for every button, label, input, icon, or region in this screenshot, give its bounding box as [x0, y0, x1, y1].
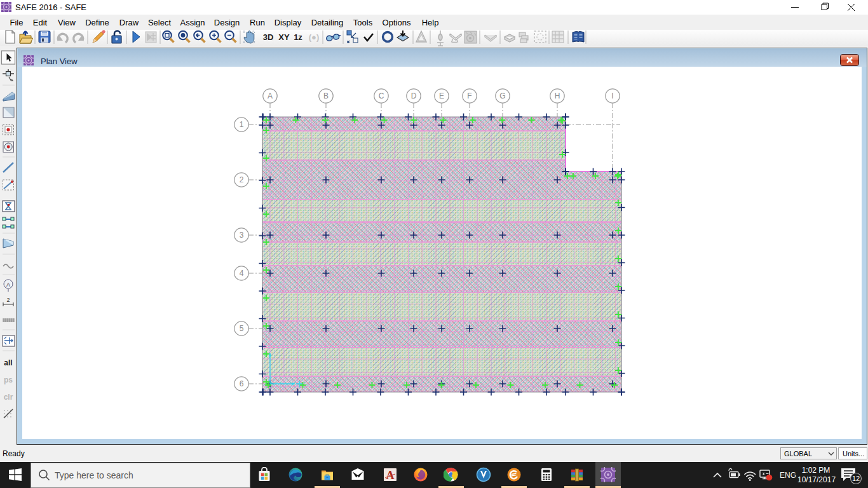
svg-text:6: 6	[240, 379, 244, 388]
svg-text:(●): (●)	[309, 32, 320, 42]
svg-text:1: 1	[240, 120, 244, 129]
svg-text:G: G	[499, 92, 505, 100]
svg-text:I: I	[611, 92, 613, 100]
svg-text:A: A	[386, 469, 395, 482]
svg-text:XY: XY	[278, 32, 290, 42]
svg-text:12: 12	[852, 475, 860, 482]
svg-text:3: 3	[240, 231, 244, 240]
svg-text:F: F	[467, 92, 471, 100]
svg-text:clr: clr	[4, 393, 13, 402]
svg-text:2: 2	[240, 175, 244, 184]
svg-text:4: 4	[240, 269, 244, 278]
svg-text:1z: 1z	[294, 32, 302, 42]
svg-text:D: D	[411, 92, 417, 100]
svg-text:A: A	[6, 281, 10, 288]
svg-text:ps: ps	[4, 376, 13, 384]
svg-text:3D: 3D	[263, 32, 274, 42]
svg-text:C: C	[379, 92, 384, 100]
svg-text:A: A	[268, 92, 273, 100]
svg-text:5: 5	[240, 324, 244, 333]
svg-text:2: 2	[6, 297, 10, 303]
svg-text:ENG: ENG	[780, 471, 796, 480]
svg-text:E: E	[439, 92, 444, 100]
svg-text:B: B	[323, 92, 329, 100]
svg-text:H: H	[555, 92, 560, 100]
svg-text:all: all	[4, 358, 12, 367]
